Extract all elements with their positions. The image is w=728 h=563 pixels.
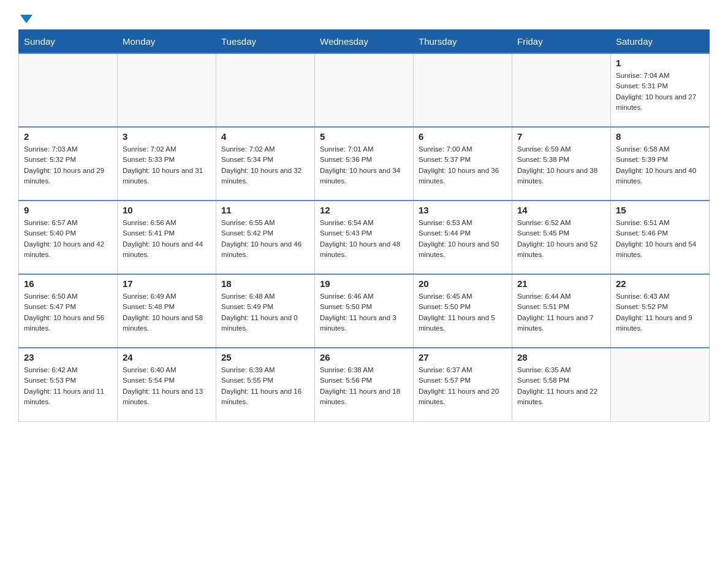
calendar-cell: 9Sunrise: 6:57 AM Sunset: 5:40 PM Daylig… xyxy=(19,201,118,274)
day-number: 8 xyxy=(616,131,704,142)
day-number: 17 xyxy=(123,278,211,289)
day-info: Sunrise: 6:46 AM Sunset: 5:50 PM Dayligh… xyxy=(320,291,408,334)
day-info: Sunrise: 6:42 AM Sunset: 5:53 PM Dayligh… xyxy=(24,365,112,407)
day-number: 14 xyxy=(517,205,605,215)
calendar-cell: 15Sunrise: 6:51 AM Sunset: 5:46 PM Dayli… xyxy=(611,201,710,274)
day-number: 4 xyxy=(221,131,309,142)
calendar-header-friday: Friday xyxy=(512,30,611,54)
calendar-cell: 22Sunrise: 6:43 AM Sunset: 5:52 PM Dayli… xyxy=(611,274,710,348)
day-number: 6 xyxy=(419,131,507,142)
day-info: Sunrise: 7:04 AM Sunset: 5:31 PM Dayligh… xyxy=(616,71,704,113)
day-info: Sunrise: 6:56 AM Sunset: 5:41 PM Dayligh… xyxy=(123,218,211,260)
day-info: Sunrise: 6:53 AM Sunset: 5:44 PM Dayligh… xyxy=(419,218,507,260)
calendar-cell: 16Sunrise: 6:50 AM Sunset: 5:47 PM Dayli… xyxy=(19,274,118,348)
calendar-cell xyxy=(216,53,315,127)
calendar-cell: 14Sunrise: 6:52 AM Sunset: 5:45 PM Dayli… xyxy=(512,201,611,274)
day-info: Sunrise: 7:02 AM Sunset: 5:33 PM Dayligh… xyxy=(123,144,211,186)
day-number: 24 xyxy=(123,352,211,362)
calendar-cell: 8Sunrise: 6:58 AM Sunset: 5:39 PM Daylig… xyxy=(611,127,710,201)
day-info: Sunrise: 6:52 AM Sunset: 5:45 PM Dayligh… xyxy=(517,218,605,260)
calendar-header-monday: Monday xyxy=(118,30,216,54)
calendar-cell: 20Sunrise: 6:45 AM Sunset: 5:50 PM Dayli… xyxy=(414,274,512,348)
day-number: 11 xyxy=(221,205,309,215)
day-number: 25 xyxy=(221,352,309,362)
day-number: 18 xyxy=(221,278,309,289)
day-info: Sunrise: 6:58 AM Sunset: 5:39 PM Dayligh… xyxy=(616,144,704,186)
calendar-cell xyxy=(512,53,611,127)
day-number: 23 xyxy=(24,352,112,362)
page-header xyxy=(18,12,710,23)
calendar-cell: 23Sunrise: 6:42 AM Sunset: 5:53 PM Dayli… xyxy=(19,348,118,421)
calendar-header-thursday: Thursday xyxy=(414,30,512,54)
day-number: 28 xyxy=(517,352,605,362)
day-info: Sunrise: 6:45 AM Sunset: 5:50 PM Dayligh… xyxy=(419,291,507,334)
calendar-header-wednesday: Wednesday xyxy=(315,30,414,54)
day-info: Sunrise: 6:39 AM Sunset: 5:55 PM Dayligh… xyxy=(221,365,309,407)
calendar-cell: 13Sunrise: 6:53 AM Sunset: 5:44 PM Dayli… xyxy=(414,201,512,274)
day-info: Sunrise: 6:59 AM Sunset: 5:38 PM Dayligh… xyxy=(517,144,605,186)
day-number: 20 xyxy=(419,278,507,289)
calendar-cell: 5Sunrise: 7:01 AM Sunset: 5:36 PM Daylig… xyxy=(315,127,414,201)
calendar-cell: 12Sunrise: 6:54 AM Sunset: 5:43 PM Dayli… xyxy=(315,201,414,274)
calendar-cell: 27Sunrise: 6:37 AM Sunset: 5:57 PM Dayli… xyxy=(414,348,512,421)
day-number: 1 xyxy=(616,58,704,68)
calendar-cell: 3Sunrise: 7:02 AM Sunset: 5:33 PM Daylig… xyxy=(118,127,216,201)
calendar-cell: 6Sunrise: 7:00 AM Sunset: 5:37 PM Daylig… xyxy=(414,127,512,201)
day-info: Sunrise: 6:37 AM Sunset: 5:57 PM Dayligh… xyxy=(419,365,507,407)
calendar-header-tuesday: Tuesday xyxy=(216,30,315,54)
day-info: Sunrise: 6:51 AM Sunset: 5:46 PM Dayligh… xyxy=(616,218,704,260)
day-info: Sunrise: 6:40 AM Sunset: 5:54 PM Dayligh… xyxy=(123,365,211,407)
calendar-header-sunday: Sunday xyxy=(19,30,118,54)
calendar-cell: 1Sunrise: 7:04 AM Sunset: 5:31 PM Daylig… xyxy=(611,53,710,127)
day-number: 22 xyxy=(616,278,704,289)
day-number: 2 xyxy=(24,131,112,142)
calendar-cell: 18Sunrise: 6:48 AM Sunset: 5:49 PM Dayli… xyxy=(216,274,315,348)
day-info: Sunrise: 7:03 AM Sunset: 5:32 PM Dayligh… xyxy=(24,144,112,186)
calendar-cell xyxy=(19,53,118,127)
day-info: Sunrise: 6:35 AM Sunset: 5:58 PM Dayligh… xyxy=(517,365,605,407)
calendar-table: SundayMondayTuesdayWednesdayThursdayFrid… xyxy=(18,29,710,422)
calendar-header-row: SundayMondayTuesdayWednesdayThursdayFrid… xyxy=(19,30,710,54)
day-number: 15 xyxy=(616,205,704,215)
calendar-week-row: 9Sunrise: 6:57 AM Sunset: 5:40 PM Daylig… xyxy=(19,201,710,274)
calendar-cell: 2Sunrise: 7:03 AM Sunset: 5:32 PM Daylig… xyxy=(19,127,118,201)
day-number: 16 xyxy=(24,278,112,289)
day-number: 10 xyxy=(123,205,211,215)
day-info: Sunrise: 6:48 AM Sunset: 5:49 PM Dayligh… xyxy=(221,291,309,334)
day-number: 5 xyxy=(320,131,408,142)
logo xyxy=(18,12,32,23)
calendar-cell: 26Sunrise: 6:38 AM Sunset: 5:56 PM Dayli… xyxy=(315,348,414,421)
day-info: Sunrise: 6:49 AM Sunset: 5:48 PM Dayligh… xyxy=(123,291,211,334)
day-info: Sunrise: 6:44 AM Sunset: 5:51 PM Dayligh… xyxy=(517,291,605,334)
calendar-cell: 17Sunrise: 6:49 AM Sunset: 5:48 PM Dayli… xyxy=(118,274,216,348)
day-info: Sunrise: 7:01 AM Sunset: 5:36 PM Dayligh… xyxy=(320,144,408,186)
day-number: 12 xyxy=(320,205,408,215)
day-number: 7 xyxy=(517,131,605,142)
calendar-cell xyxy=(414,53,512,127)
calendar-cell: 28Sunrise: 6:35 AM Sunset: 5:58 PM Dayli… xyxy=(512,348,611,421)
calendar-cell: 10Sunrise: 6:56 AM Sunset: 5:41 PM Dayli… xyxy=(118,201,216,274)
day-info: Sunrise: 6:57 AM Sunset: 5:40 PM Dayligh… xyxy=(24,218,112,260)
calendar-cell: 7Sunrise: 6:59 AM Sunset: 5:38 PM Daylig… xyxy=(512,127,611,201)
day-number: 21 xyxy=(517,278,605,289)
day-info: Sunrise: 6:54 AM Sunset: 5:43 PM Dayligh… xyxy=(320,218,408,260)
day-number: 27 xyxy=(419,352,507,362)
calendar-cell: 25Sunrise: 6:39 AM Sunset: 5:55 PM Dayli… xyxy=(216,348,315,421)
calendar-week-row: 1Sunrise: 7:04 AM Sunset: 5:31 PM Daylig… xyxy=(19,53,710,127)
day-number: 19 xyxy=(320,278,408,289)
calendar-cell: 24Sunrise: 6:40 AM Sunset: 5:54 PM Dayli… xyxy=(118,348,216,421)
calendar-cell: 19Sunrise: 6:46 AM Sunset: 5:50 PM Dayli… xyxy=(315,274,414,348)
day-info: Sunrise: 6:55 AM Sunset: 5:42 PM Dayligh… xyxy=(221,218,309,260)
calendar-cell: 11Sunrise: 6:55 AM Sunset: 5:42 PM Dayli… xyxy=(216,201,315,274)
calendar-header-saturday: Saturday xyxy=(611,30,710,54)
day-number: 26 xyxy=(320,352,408,362)
calendar-cell xyxy=(315,53,414,127)
calendar-cell xyxy=(118,53,216,127)
day-number: 13 xyxy=(419,205,507,215)
calendar-week-row: 16Sunrise: 6:50 AM Sunset: 5:47 PM Dayli… xyxy=(19,274,710,348)
day-info: Sunrise: 6:38 AM Sunset: 5:56 PM Dayligh… xyxy=(320,365,408,407)
day-number: 9 xyxy=(24,205,112,215)
logo-arrow-icon xyxy=(20,15,32,23)
day-info: Sunrise: 7:00 AM Sunset: 5:37 PM Dayligh… xyxy=(419,144,507,186)
calendar-cell xyxy=(611,348,710,421)
